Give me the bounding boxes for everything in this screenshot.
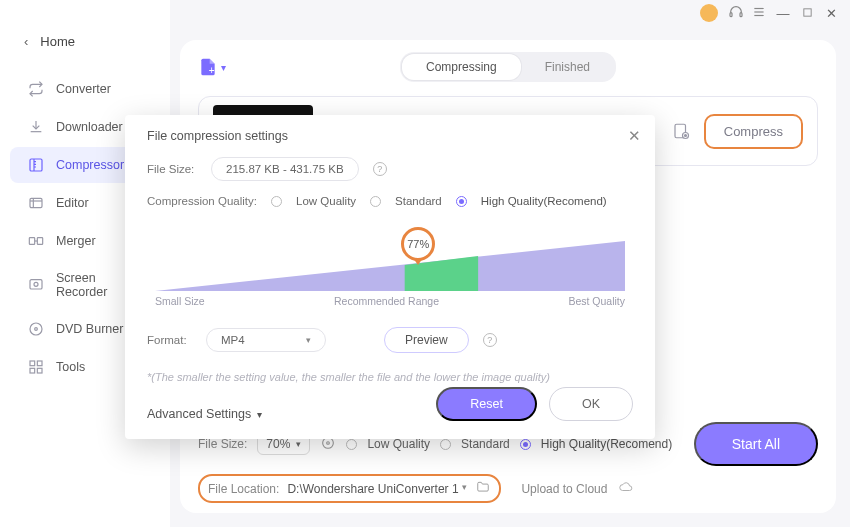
- slider-best-label: Best Quality: [568, 295, 625, 307]
- chevron-down-icon: ▾: [462, 482, 467, 496]
- quality-high-label: High Quality(Recomend): [481, 195, 607, 207]
- compress-button[interactable]: Compress: [704, 114, 803, 149]
- file-location-value: D:\Wondershare UniConverter 1: [287, 482, 458, 496]
- svg-rect-23: [30, 368, 35, 373]
- radio-low-quality[interactable]: [346, 439, 357, 450]
- svg-rect-17: [30, 280, 42, 289]
- home-row[interactable]: ‹ Home: [0, 28, 170, 61]
- radio-high-quality[interactable]: [456, 196, 467, 207]
- radio-standard[interactable]: [370, 196, 381, 207]
- close-icon[interactable]: ✕: [628, 127, 641, 145]
- reset-button[interactable]: Reset: [436, 387, 537, 421]
- hint-text: *(The smaller the setting value, the sma…: [147, 371, 633, 383]
- format-value: MP4: [221, 334, 245, 346]
- upload-cloud-label: Upload to Cloud: [521, 482, 607, 496]
- quality-options: Low Quality Standard High Quality(Recome…: [271, 195, 607, 207]
- headset-icon[interactable]: [728, 4, 742, 23]
- sidebar-item-converter[interactable]: Converter: [10, 71, 160, 107]
- help-icon[interactable]: ?: [483, 333, 497, 347]
- svg-point-30: [327, 441, 330, 444]
- close-icon[interactable]: ✕: [824, 6, 838, 21]
- footer-quality-low: Low Quality: [367, 437, 430, 451]
- svg-rect-14: [29, 238, 34, 245]
- menu-icon[interactable]: [752, 5, 766, 22]
- cloud-icon[interactable]: [617, 480, 635, 497]
- file-location-wrap: File Location: D:\Wondershare UniConvert…: [198, 474, 501, 503]
- svg-rect-24: [37, 368, 42, 373]
- sidebar-item-label: Converter: [56, 82, 111, 96]
- compression-settings-modal: File compression settings ✕ File Size: 2…: [125, 115, 655, 439]
- radio-high-quality[interactable]: [520, 439, 531, 450]
- quality-low-label: Low Quality: [296, 195, 356, 207]
- home-label: Home: [40, 34, 75, 49]
- advanced-settings-label: Advanced Settings: [147, 407, 251, 421]
- minimize-icon[interactable]: —: [776, 6, 790, 21]
- recorder-icon: [28, 277, 44, 293]
- svg-text:+: +: [209, 65, 215, 76]
- chevron-down-icon: ▾: [221, 62, 226, 73]
- tab-compressing[interactable]: Compressing: [402, 54, 521, 80]
- slider-value: 77%: [407, 238, 429, 250]
- svg-point-18: [34, 282, 38, 286]
- svg-point-28: [684, 135, 686, 137]
- svg-rect-1: [740, 12, 742, 16]
- format-label: Format:: [147, 334, 192, 346]
- sidebar-item-label: DVD Burner: [56, 322, 123, 336]
- svg-rect-11: [30, 198, 42, 207]
- editor-icon: [28, 195, 44, 211]
- svg-marker-32: [155, 241, 625, 291]
- slider-knob[interactable]: 77%: [401, 227, 435, 261]
- start-all-button[interactable]: Start All: [694, 422, 818, 466]
- chevron-down-icon: ▾: [257, 409, 262, 420]
- slider-labels: Small Size Recommended Range Best Qualit…: [155, 295, 625, 307]
- radio-low-quality[interactable]: [271, 196, 282, 207]
- file-size-label: File Size:: [147, 163, 197, 175]
- footer-filesize-label: File Size:: [198, 437, 247, 451]
- svg-rect-21: [30, 361, 35, 366]
- svg-rect-6: [30, 159, 42, 171]
- quality-standard-label: Standard: [395, 195, 442, 207]
- ok-button[interactable]: OK: [549, 387, 633, 421]
- file-size-value: 215.87 KB - 431.75 KB: [226, 163, 344, 175]
- svg-point-19: [30, 323, 42, 335]
- svg-rect-22: [37, 361, 42, 366]
- sidebar-item-label: Merger: [56, 234, 96, 248]
- chevron-left-icon: ‹: [24, 34, 28, 49]
- merger-icon: [28, 233, 44, 249]
- download-icon: [28, 119, 44, 135]
- tab-finished[interactable]: Finished: [521, 54, 614, 80]
- slider-track: [155, 241, 625, 291]
- avatar[interactable]: [700, 4, 718, 22]
- svg-rect-15: [37, 238, 42, 245]
- sidebar-item-label: Editor: [56, 196, 89, 210]
- help-icon[interactable]: ?: [373, 162, 387, 176]
- quality-slider[interactable]: 77% Small Size Recommended Range Best Qu…: [155, 227, 625, 305]
- file-size-field[interactable]: 215.87 KB - 431.75 KB: [211, 157, 359, 181]
- add-files-button[interactable]: + ▾: [198, 57, 226, 77]
- footer-filesize-value: 70%: [266, 437, 290, 451]
- file-location-select[interactable]: D:\Wondershare UniConverter 1 ▾: [287, 482, 467, 496]
- sidebar-item-label: Tools: [56, 360, 85, 374]
- folder-icon[interactable]: [475, 480, 491, 497]
- footer-quality-standard: Standard: [461, 437, 510, 451]
- chevron-down-icon: ▾: [296, 439, 301, 449]
- preview-button[interactable]: Preview: [384, 327, 469, 353]
- sidebar-item-label: Compressor: [56, 158, 124, 172]
- slider-small-label: Small Size: [155, 295, 205, 307]
- slider-mid-label: Recommended Range: [334, 295, 439, 307]
- maximize-icon[interactable]: [800, 6, 814, 21]
- svg-rect-0: [730, 12, 732, 16]
- tabs: Compressing Finished: [400, 52, 616, 82]
- file-location-label: File Location:: [208, 482, 279, 496]
- svg-rect-5: [803, 8, 810, 15]
- tools-icon: [28, 359, 44, 375]
- compression-quality-label: Compression Quality:: [147, 195, 257, 207]
- radio-standard[interactable]: [440, 439, 451, 450]
- compress-icon: [28, 157, 44, 173]
- modal-title: File compression settings: [147, 129, 633, 143]
- sidebar-item-label: Downloader: [56, 120, 123, 134]
- format-select[interactable]: MP4 ▾: [206, 328, 326, 352]
- footer-quality-high: High Quality(Recomend): [541, 437, 672, 451]
- svg-point-20: [35, 328, 38, 331]
- settings-icon[interactable]: [672, 122, 690, 140]
